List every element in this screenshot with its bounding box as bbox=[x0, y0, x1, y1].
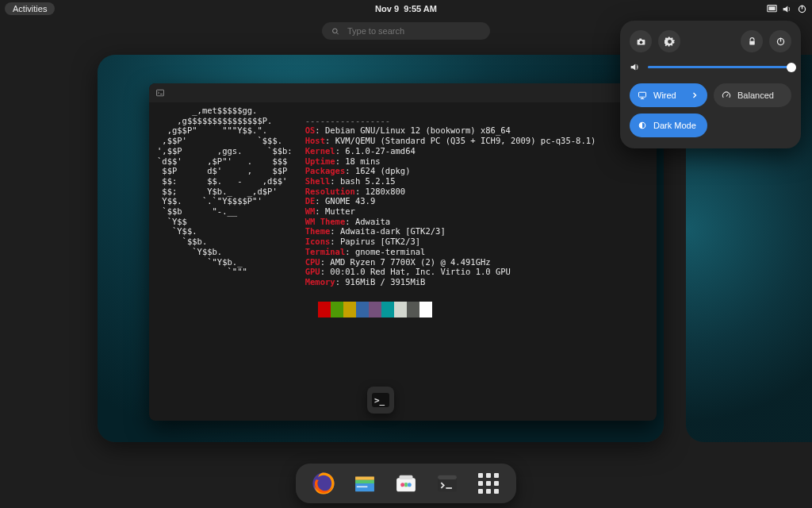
neofetch-info: ----------------- OS: Debian GNU/Linux 1… bbox=[305, 106, 596, 416]
dash-app-terminal[interactable] bbox=[434, 470, 461, 497]
dash-app-software[interactable] bbox=[393, 470, 419, 497]
dark-mode-icon bbox=[638, 121, 647, 130]
screen-icon bbox=[767, 4, 777, 14]
dash-app-firefox[interactable] bbox=[310, 470, 337, 497]
top-bar: Activities Nov 9 9:55 AM bbox=[0, 0, 812, 17]
dash-app-files[interactable] bbox=[351, 470, 378, 497]
svg-line-35 bbox=[726, 94, 728, 97]
wired-label: Wired bbox=[653, 90, 676, 100]
terminal-window[interactable]: _,met$$$$$gg. ,g$$$$$$$$$$$$$$$P. ,g$$P"… bbox=[149, 83, 657, 421]
svg-rect-19 bbox=[400, 475, 413, 479]
svg-rect-29 bbox=[749, 40, 755, 44]
network-icon bbox=[638, 90, 647, 100]
gauge-icon bbox=[722, 90, 731, 100]
terminal-icon: >_ bbox=[372, 393, 389, 407]
camera-icon bbox=[636, 37, 646, 47]
settings-button[interactable] bbox=[658, 30, 680, 52]
svg-point-20 bbox=[400, 483, 404, 487]
neofetch-color-swatches bbox=[305, 302, 596, 318]
svg-point-27 bbox=[639, 40, 642, 44]
search-bar[interactable] bbox=[322, 22, 490, 40]
svg-rect-1 bbox=[768, 6, 775, 10]
power-menu-icon bbox=[776, 37, 786, 47]
neofetch-divider: ----------------- bbox=[305, 116, 390, 125]
search-icon bbox=[331, 27, 339, 36]
lock-icon bbox=[747, 37, 757, 47]
terminal-body: _,met$$$$$gg. ,g$$$$$$$$$$$$$$$P. ,g$$P"… bbox=[149, 102, 657, 421]
search-input[interactable] bbox=[346, 25, 481, 37]
dark-mode-label: Dark Mode bbox=[653, 121, 696, 130]
wired-toggle[interactable]: Wired bbox=[630, 83, 707, 107]
volume-slider[interactable] bbox=[648, 66, 791, 68]
window-app-icon[interactable]: >_ bbox=[367, 387, 394, 414]
firefox-icon bbox=[310, 470, 337, 497]
svg-rect-24 bbox=[438, 475, 457, 479]
clock[interactable]: Nov 9 9:55 AM bbox=[375, 4, 437, 13]
date-text: Nov 9 bbox=[375, 4, 399, 13]
svg-rect-22 bbox=[404, 483, 407, 487]
volume-row-icon bbox=[630, 62, 640, 72]
dash-show-apps[interactable] bbox=[475, 470, 502, 497]
power-button[interactable] bbox=[769, 30, 791, 52]
svg-line-5 bbox=[337, 33, 339, 34]
lock-button[interactable] bbox=[741, 30, 763, 52]
dark-mode-toggle[interactable]: Dark Mode bbox=[630, 114, 707, 137]
svg-rect-28 bbox=[639, 38, 642, 40]
neofetch-ascii-art: _,met$$$$$gg. ,g$$$$$$$$$$$$$$$P. ,g$$P"… bbox=[157, 106, 293, 416]
screenshot-button[interactable] bbox=[630, 30, 652, 52]
terminal-tab-icon bbox=[155, 88, 165, 98]
svg-rect-14 bbox=[355, 477, 374, 480]
svg-point-4 bbox=[333, 29, 338, 33]
terminal-headerbar bbox=[149, 83, 657, 102]
gear-icon bbox=[665, 37, 675, 47]
balanced-label: Balanced bbox=[737, 90, 774, 100]
svg-rect-32 bbox=[639, 92, 646, 97]
activities-button[interactable]: Activities bbox=[5, 2, 55, 15]
system-indicators[interactable] bbox=[767, 4, 807, 14]
software-icon bbox=[393, 470, 419, 497]
svg-rect-15 bbox=[355, 480, 374, 483]
workspace-current[interactable]: _,met$$$$$gg. ,g$$$$$$$$$$$$$$$P. ,g$$P"… bbox=[98, 55, 664, 442]
svg-rect-17 bbox=[357, 486, 368, 487]
volume-row bbox=[630, 62, 791, 72]
svg-point-21 bbox=[408, 483, 412, 487]
dash-dock bbox=[296, 464, 516, 503]
grid-icon bbox=[478, 473, 499, 494]
terminal-app-icon bbox=[434, 470, 461, 497]
volume-icon bbox=[782, 4, 792, 14]
power-mode-toggle[interactable]: Balanced bbox=[714, 83, 791, 107]
time-text: 9:55 AM bbox=[404, 4, 437, 13]
chevron-right-icon bbox=[690, 90, 699, 100]
quick-settings-panel: Wired Balanced Dark Mode bbox=[620, 21, 801, 148]
power-icon bbox=[797, 4, 807, 14]
svg-rect-6 bbox=[157, 90, 164, 96]
files-icon bbox=[351, 470, 378, 497]
